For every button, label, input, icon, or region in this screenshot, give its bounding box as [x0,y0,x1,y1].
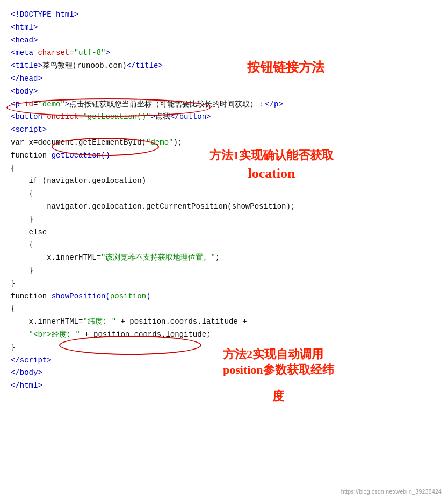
annotation-method1: 方法1实现确认能否获取 location [209,148,334,182]
annotation-method2: 方法2实现自动调用 position参数获取经纬 度 [223,347,334,404]
annotation-button-method: 按钮链接方法 [247,59,324,76]
watermark: https://blog.csdn.net/weixin_39238424 [341,488,442,495]
code-block: <!DOCTYPE html> <html> <head> <meta char… [0,0,448,401]
